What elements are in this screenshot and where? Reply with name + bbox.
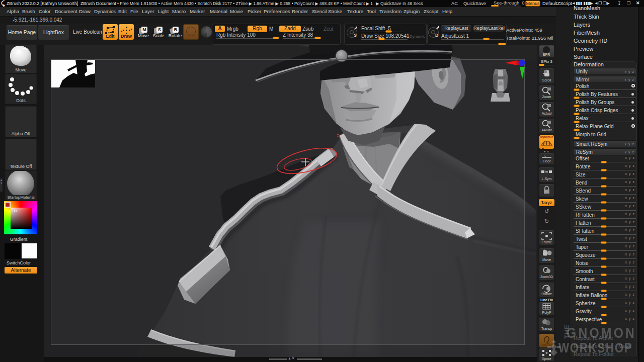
svg-text:Zoom: Zoom (542, 95, 551, 99)
svg-text:Actual: Actual (542, 112, 552, 115)
svg-text:BPR: BPR (543, 53, 550, 56)
svg-text:PolyF: PolyF (542, 311, 551, 315)
svg-text:Transp: Transp (541, 327, 552, 331)
svg-text:L.Sym: L.Sym (542, 177, 552, 181)
svg-text:AAHalf: AAHalf (541, 128, 551, 132)
svg-text:Scroll: Scroll (542, 78, 551, 82)
svg-text:Move: Move (542, 258, 551, 261)
svg-text:Floor: Floor (543, 159, 551, 163)
svg-text:Xpose: Xpose (542, 357, 551, 361)
svg-text:Frame: Frame (541, 240, 551, 244)
svg-text:Zoom3D: Zoom3D (540, 275, 553, 279)
svg-text:Rotate: Rotate (541, 292, 552, 296)
svg-text:Ghost: Ghost (541, 343, 552, 347)
